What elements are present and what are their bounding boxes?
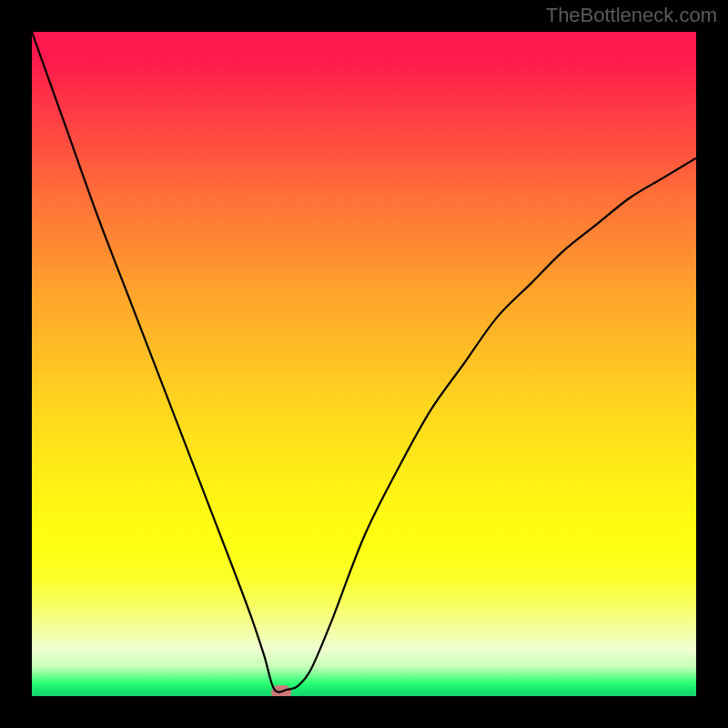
chart-frame: TheBottleneck.com <box>0 0 728 728</box>
watermark-text: TheBottleneck.com <box>546 4 717 27</box>
plot-area <box>32 32 696 696</box>
bottleneck-curve <box>32 32 696 696</box>
